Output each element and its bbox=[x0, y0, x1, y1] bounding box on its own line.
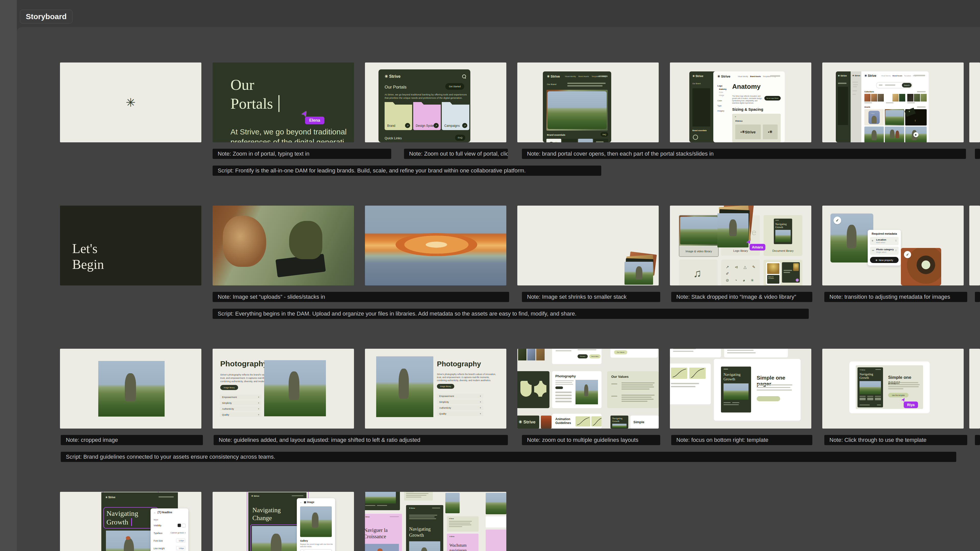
asset-tile: ✳ Strive bbox=[864, 109, 884, 125]
note-bar[interactable]: Note: transition to adjusting metadata f… bbox=[824, 292, 967, 302]
animation-card: AnimationGuidelines bbox=[552, 414, 601, 429]
library-card-templates: Space for innovation Template library bbox=[764, 260, 802, 286]
quick-links-heading: Quick Links bbox=[385, 136, 402, 140]
note-bar-sliver[interactable] bbox=[975, 435, 980, 445]
note-bar-sliver[interactable] bbox=[975, 149, 980, 159]
music-note-icon: ♫ bbox=[693, 267, 702, 279]
grapefruit-shape bbox=[396, 233, 477, 256]
drag-photo-top bbox=[718, 213, 749, 248]
folder-label: Design System bbox=[416, 124, 436, 127]
strive-wordmark-card: ✳ Strive bbox=[517, 416, 539, 429]
mini-photo bbox=[576, 380, 598, 404]
strive-logo: ✳ Strive bbox=[105, 496, 115, 499]
accordion-authenticity: Authenticity+ bbox=[220, 407, 262, 411]
strive-logo: ✳ Strive bbox=[864, 74, 877, 78]
doc-title: NavigatingChange bbox=[252, 506, 281, 522]
new-property-button: ⊕New property bbox=[870, 257, 899, 263]
frame-r2-photo-couch[interactable] bbox=[213, 206, 354, 286]
our-values-card: Our Values bbox=[607, 371, 659, 408]
note-bar[interactable]: Note: cropped image bbox=[61, 435, 203, 445]
search-icon bbox=[462, 75, 466, 78]
circle-fill bbox=[554, 142, 558, 142]
field-line-height: Line Height bbox=[154, 547, 165, 550]
use-template-pill bbox=[757, 396, 780, 401]
frame-sliver[interactable] bbox=[969, 62, 980, 142]
note-bar[interactable]: Note: Stack dropped into “Image & video … bbox=[671, 292, 812, 302]
field-visibility: Visibility bbox=[154, 524, 162, 527]
note-bar[interactable]: Note: Image set shrinks to smaller stack bbox=[522, 292, 660, 302]
frame-r4-headline-edit[interactable]: ✳ Strive Navigating Growth ← [T] Headlin… bbox=[60, 492, 201, 551]
template-thumb-dark bbox=[782, 262, 800, 283]
frame-r2-libraries[interactable]: Image & video library ve Logo library Na… bbox=[670, 206, 811, 286]
visibility-toggle-on bbox=[178, 524, 181, 527]
growth-poster: ✳ Strive NavigatingGrowth bbox=[858, 367, 883, 407]
frame-r1-asset-library[interactable]: ✳ Strive ✳ Strive ✳ Strive Visual Identi… bbox=[822, 62, 964, 142]
frame-r1-cover[interactable]: ✳ bbox=[60, 62, 201, 142]
frame-sliver[interactable] bbox=[969, 206, 980, 286]
sidebar-imagery: Imagery bbox=[718, 110, 724, 112]
pink-sliver bbox=[486, 530, 506, 551]
metadata-field-location: ≡ Location Multi-select ⠿ bbox=[870, 237, 899, 245]
lets-begin-title: Let's Begin bbox=[72, 241, 104, 272]
sidebar-color: Color bbox=[719, 91, 723, 93]
intro-line bbox=[567, 85, 603, 86]
frame-r3-cropped-image[interactable] bbox=[60, 349, 201, 429]
note-bar[interactable]: Note: brand portal cover opens, then eac… bbox=[522, 149, 966, 159]
frame-r2-small-stack[interactable] bbox=[517, 206, 659, 286]
strive-logo: ✳ Strive bbox=[409, 507, 415, 509]
photo-sliver bbox=[486, 493, 506, 514]
strive-mark-icon: ✳ bbox=[126, 96, 136, 110]
note-bar[interactable]: Note: Image set “uploads” - slides/stack… bbox=[213, 292, 509, 302]
strive-logo: ✳ Strive bbox=[385, 74, 401, 79]
image-preview bbox=[300, 507, 332, 537]
growth-mini-poster: NavigatingGrowth bbox=[611, 416, 628, 429]
script-bar[interactable]: Script: Everything begins in the DAM. Up… bbox=[213, 309, 809, 319]
script-bar[interactable]: Script: Frontify is the all-in-one DAM f… bbox=[213, 165, 601, 176]
poster-english: ✳ Strive NavigatingGrowth bbox=[406, 505, 443, 551]
frame-r1-anatomy[interactable]: ✳ Strive Our Brand Brand essentials ✳ St… bbox=[670, 62, 811, 142]
back-icon: ← bbox=[154, 511, 156, 514]
sizing-spacing-heading: Sizing & Spacing bbox=[732, 107, 763, 111]
note-bar[interactable]: Note: zoom out to multiple guidelines la… bbox=[522, 435, 660, 445]
script-bar[interactable]: Script: Brand guidelines connected to yo… bbox=[61, 452, 956, 462]
essentials-heading: Brand essentials bbox=[692, 130, 707, 131]
portal-paragraph: At Strive, we go beyond traditional bank… bbox=[385, 93, 467, 100]
frame-sliver[interactable] bbox=[969, 349, 980, 429]
frame-r2-photo-grapefruit[interactable] bbox=[365, 206, 506, 286]
folder-campaigns: Campaigns ↗ bbox=[442, 102, 469, 130]
frame-r1-portal-full[interactable]: ✳ Strive Our Portals Get Started At Stri… bbox=[365, 62, 506, 142]
frame-r2-lets-begin[interactable]: Let's Begin bbox=[60, 206, 201, 286]
note-bar[interactable]: Note: focus on bottom right: template bbox=[671, 435, 812, 445]
storyboard-tab[interactable]: Storyboard bbox=[20, 10, 73, 24]
strive-logo: ✳ Strive bbox=[449, 536, 455, 537]
primary-pill: Primary bbox=[578, 354, 588, 359]
accordion-empowerment: Empowerment+ bbox=[220, 395, 262, 400]
metadata-panel: Required metadata ≡ Location Multi-selec… bbox=[868, 230, 901, 265]
frame-r3-template-click[interactable]: ✳ Strive NavigatingGrowth Simple one pag… bbox=[822, 349, 964, 429]
frame-r3-photography-b[interactable]: Photography Strive's photography reflect… bbox=[365, 349, 506, 429]
phone-mockup bbox=[546, 90, 561, 124]
curve-tile bbox=[591, 416, 601, 427]
card-partial bbox=[724, 349, 788, 357]
note-bar[interactable]: Note: Click through to use the template bbox=[824, 435, 967, 445]
plus-icon: + bbox=[258, 413, 259, 416]
strive-logo: ✳ Strive bbox=[838, 75, 847, 77]
note-bar-sliver[interactable] bbox=[975, 292, 980, 302]
doc-title: Navigating Growth bbox=[107, 509, 138, 527]
left-rail bbox=[0, 0, 17, 551]
note-bar[interactable]: Note: guidelines added, and layout adjus… bbox=[213, 435, 508, 445]
frame-r2-metadata[interactable]: ✓ Required metadata ≡ Location Multi-sel… bbox=[822, 206, 964, 286]
frame-r1-portals-typing[interactable]: Our Portals ➤ Elena At Strive, we go bey… bbox=[213, 62, 354, 142]
mini-heading: Photography bbox=[555, 374, 576, 378]
note-bar[interactable]: Note: Zoom out to full view of portal, c… bbox=[404, 149, 508, 159]
frame-r3-photography-a[interactable]: Photography Strive's photography reflect… bbox=[213, 349, 354, 429]
hero-dark bbox=[838, 87, 848, 125]
frame-r4-localized[interactable]: ✳ Strive Naviguer laCroissance ✳ Strive … bbox=[365, 492, 506, 551]
check-icon: ✓ bbox=[834, 217, 841, 224]
frame-r3-layouts-grid[interactable]: Primary Secondary Our Values Photography bbox=[517, 349, 659, 429]
frame-r3-template-focus[interactable]: NavigatingGrowth Simple one pager bbox=[670, 349, 811, 429]
note-bar[interactable]: Note: Zoom in of portal, typing text in bbox=[213, 149, 391, 159]
frame-r1-brand-cover[interactable]: ✳ Strive Visual IdentityBrand AssetsTemp… bbox=[517, 62, 659, 142]
frame-r4-image-edit[interactable]: ✳ Strive NavigatingChange ← ▦ Image Gall… bbox=[213, 492, 354, 551]
photography-image bbox=[376, 356, 433, 417]
